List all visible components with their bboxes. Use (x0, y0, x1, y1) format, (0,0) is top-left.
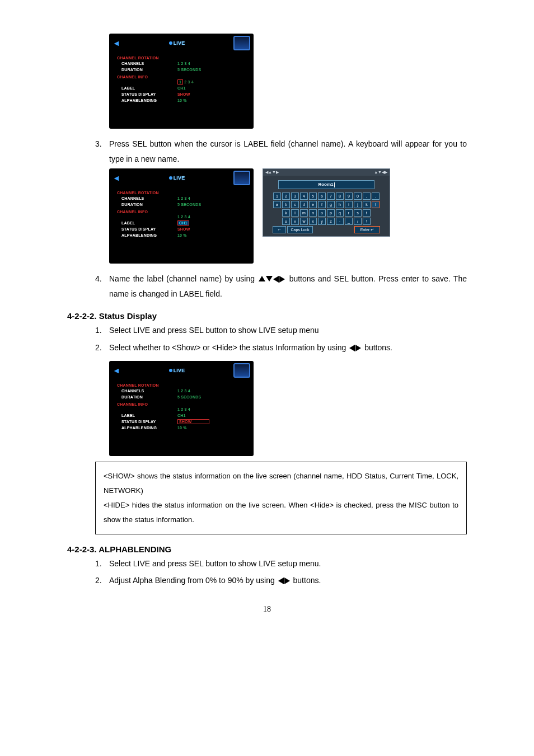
arrow-down-icon (266, 276, 273, 281)
kb-capslock-key: Caps Lock (287, 226, 313, 233)
status-display-value-selected: SHOW (177, 419, 209, 425)
show-hide-note: <SHOW> shows the status information on t… (95, 462, 467, 534)
status-display-label: STATUS DISPLAY (117, 91, 177, 97)
step-number: 4. (95, 271, 109, 301)
arrow-right-icon (355, 345, 361, 351)
globe-icon (169, 176, 172, 180)
arrow-left-icon (278, 577, 284, 584)
kb-key: l (291, 209, 299, 217)
lr-arrow-icons (349, 345, 361, 351)
kb-key: _ (345, 218, 353, 225)
kb-key: v (291, 218, 299, 225)
alphablending-value: 10 % (177, 97, 187, 104)
duration-label: DURATION (117, 67, 177, 73)
kb-key: 1 (273, 192, 281, 200)
monitor-icon (233, 36, 250, 50)
live-setup-screenshot-2: ◄ LIVE CHANNEL ROTATION CHANNELS1 2 3 4 … (109, 168, 254, 264)
globe-icon (169, 41, 172, 45)
kb-key: m (300, 209, 308, 217)
arrow-right-icon (279, 276, 285, 283)
channels-label: CHANNELS (117, 60, 177, 67)
kb-key: 4 (300, 192, 308, 200)
kb-key: n (309, 209, 317, 217)
kb-input-field: Room1 (278, 180, 374, 189)
section-channel-info: CHANNEL INFO (117, 75, 248, 79)
step-number: 3. (95, 137, 109, 166)
heading-status-display: 4-2-2-2. Status Display (67, 311, 467, 321)
label-value: CH1 (177, 85, 186, 91)
kb-key: 8 (336, 192, 344, 200)
alpha-step-2: 2. Adjust Alpha Blending from 0% to 90% … (95, 573, 467, 588)
kb-key: r (345, 209, 353, 217)
status-display-value: SHOW (177, 91, 190, 97)
step-4: 4. Name the label (channel name) by usin… (95, 271, 467, 301)
kb-backspace-key: ← (273, 226, 286, 233)
kb-key: 6 (318, 192, 326, 200)
status-step-2: 2. Select whether to <Show> or <Hide> th… (95, 340, 467, 355)
kb-key: 2 (282, 192, 290, 200)
arrow-right-icon (284, 577, 290, 584)
alpha-step-1: 1. Select LIVE and press SEL button to s… (95, 556, 467, 571)
note-line-2: <HIDE> hides the status information on t… (104, 498, 458, 527)
kb-enter-key: Enter ↵ (354, 226, 380, 233)
note-line-1: <SHOW> shows the status information on t… (104, 469, 458, 498)
live-setup-screenshot-1: ◄ LIVE CHANNEL ROTATION CHANNELS1 2 3 4 … (109, 34, 254, 129)
kb-key: x (309, 218, 317, 225)
back-arrow-icon: ◄ (113, 176, 120, 180)
menu-title: LIVE (174, 40, 185, 46)
lr-arrow-icons (278, 577, 290, 584)
dpad-icons (259, 276, 285, 283)
kb-key: l (372, 201, 380, 208)
kb-key: g (327, 201, 335, 208)
kb-key: 7 (327, 192, 335, 200)
kb-key: d (300, 201, 308, 208)
status-step-1: 1. Select LIVE and press SEL button to s… (95, 323, 467, 338)
arrow-left-icon (349, 345, 355, 351)
onscreen-keyboard-screenshot: ◀▲▼▶ ▲▼◀▶ Room1 1234567890,. abcdefghijk… (263, 168, 390, 237)
back-arrow-icon: ◄ (113, 41, 120, 45)
label-value-selected: CH1 (177, 220, 189, 226)
live-setup-screenshot-3: ◄ LIVE CHANNEL ROTATION CHANNELS1 2 3 4 … (109, 361, 254, 456)
kb-key: / (354, 218, 362, 225)
arrow-left-icon (273, 276, 279, 283)
back-arrow-icon: ◄ (113, 368, 120, 373)
kb-key: j (354, 201, 362, 208)
kb-key: c (291, 201, 299, 208)
heading-alphablending: 4-2-2-3. ALPHABLENDING (67, 544, 467, 554)
kb-key: q (336, 209, 344, 217)
kb-key: t (363, 209, 371, 217)
monitor-icon (233, 171, 250, 185)
kb-key: \ (363, 218, 371, 225)
kb-key: i (345, 201, 353, 208)
arrow-up-icon (259, 276, 265, 281)
kb-key: y (318, 218, 326, 225)
kb-key: u (282, 218, 290, 225)
kb-topbar-left: ◀▲▼▶ (265, 170, 279, 175)
kb-key: p (327, 209, 335, 217)
kb-key: k (282, 209, 290, 217)
kb-key: o (318, 209, 326, 217)
kb-key: w (300, 218, 308, 225)
kb-key: a (273, 201, 281, 208)
kb-key: b (282, 201, 290, 208)
kb-key: e (309, 201, 317, 208)
kb-key: , (363, 192, 371, 200)
globe-icon (169, 369, 172, 372)
channel-info-value: 1 2 3 4 (177, 79, 194, 85)
kb-keys: 1234567890,. abcdefghijkl klmnopqrst uvw… (266, 192, 386, 233)
kb-key: s (354, 209, 362, 217)
kb-key: 3 (291, 192, 299, 200)
kb-key: - (336, 218, 344, 225)
menu-title: LIVE (174, 368, 185, 373)
label-label: LABEL (117, 85, 177, 91)
kb-key: 0 (354, 192, 362, 200)
kb-key: f (318, 201, 326, 208)
kb-key: . (372, 192, 380, 200)
step-text: Press SEL button when the cursor is LABE… (109, 137, 467, 166)
channels-value: 1 2 3 4 (177, 60, 190, 67)
menu-title: LIVE (174, 175, 185, 181)
kb-key: h (336, 201, 344, 208)
monitor-icon (233, 363, 250, 378)
alphablending-label: ALPHABLENDING (117, 97, 177, 104)
kb-key: 9 (345, 192, 353, 200)
